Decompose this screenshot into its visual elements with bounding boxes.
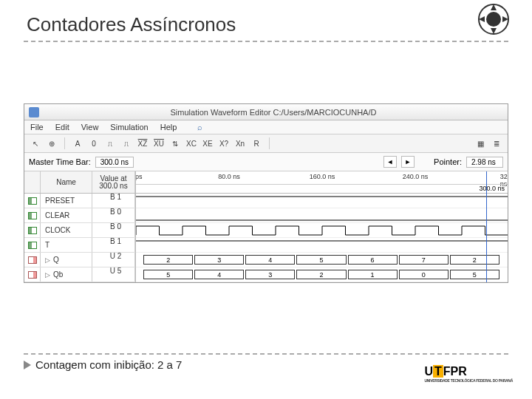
- signal-type-icon: [24, 267, 41, 282]
- a-tool-icon[interactable]: A: [71, 137, 84, 150]
- master-time-label: Master Time Bar:: [29, 157, 91, 166]
- waveform-row[interactable]: [136, 208, 508, 223]
- waveform-row[interactable]: [136, 194, 508, 208]
- signal-name: T: [41, 238, 92, 252]
- bus-segment: 7: [399, 255, 449, 265]
- waveform-row[interactable]: 5432105: [136, 267, 508, 282]
- signal-row[interactable]: PRESET B 1: [24, 194, 135, 208]
- menubar: File Edit View Simulation Help ⌕: [24, 120, 508, 134]
- utfpr-logo: UTFPR UNIVERSIDADE TECNOLÓGICA FEDERAL D…: [424, 365, 513, 383]
- xn-tool-icon[interactable]: Xn: [233, 137, 247, 150]
- bus-segment: 3: [245, 270, 295, 279]
- slide-subtitle: Contagem com inibição: 2 a 7: [35, 358, 182, 371]
- bus-segment: 6: [348, 255, 398, 265]
- xz-tool-icon[interactable]: XZ: [136, 137, 149, 150]
- waveform-row[interactable]: [136, 223, 508, 238]
- waveform-row[interactable]: 2345672: [136, 253, 508, 267]
- pulse-up-icon[interactable]: ⎍: [103, 137, 117, 150]
- bus-segment: 2: [450, 255, 499, 265]
- signal-value: B 1: [92, 238, 135, 252]
- expand-icon[interactable]: ▷: [45, 271, 50, 279]
- signal-value: B 1: [92, 194, 135, 208]
- bus-segment: 4: [245, 255, 295, 265]
- waveform-editor-window: Simulation Waveform Editor C:/Users/MARC…: [24, 103, 508, 283]
- waveform-pane[interactable]: 0 ps80.0 ns160.0 ns240.0 ns320.0 ns 300.…: [136, 171, 508, 282]
- time-ruler[interactable]: 0 ps80.0 ns160.0 ns240.0 ns320.0 ns 300.…: [136, 171, 508, 194]
- ruler-tick: 0 ps: [136, 173, 143, 180]
- pointer-value[interactable]: 2.98 ns: [466, 157, 503, 168]
- col-icon-header: [24, 171, 41, 193]
- xc-tool-icon[interactable]: XC: [185, 137, 198, 150]
- signal-type-icon: [24, 208, 41, 222]
- ruler-tick: 80.0 ns: [218, 173, 240, 180]
- seq-tool-icon[interactable]: ≣: [490, 137, 503, 150]
- signal-type-icon: [24, 253, 41, 267]
- window-title: Simulation Waveform Editor C:/Users/MARC…: [44, 108, 503, 117]
- bus-segment: 1: [348, 270, 398, 279]
- signal-type-icon: [24, 194, 41, 208]
- column-headers: Name Value at 300.0 ns: [24, 171, 135, 194]
- app-icon: [29, 107, 39, 117]
- signal-row[interactable]: CLOCK B 0: [24, 223, 135, 238]
- col-value-header: Value at 300.0 ns: [92, 171, 135, 193]
- signal-value: U 2: [92, 253, 135, 267]
- xq-tool-icon[interactable]: X?: [217, 137, 231, 150]
- signal-list-pane: Name Value at 300.0 ns PRESET B 1 CLEAR …: [24, 171, 136, 282]
- bus-segment: 3: [194, 255, 244, 265]
- xe-tool-icon[interactable]: XE: [201, 137, 214, 150]
- time-cursor[interactable]: [486, 171, 487, 282]
- bus-segment: 0: [399, 270, 449, 279]
- subtitle-row: Contagem com inibição: 2 a 7: [24, 358, 182, 371]
- pulse-down-icon[interactable]: ⎍: [120, 137, 133, 150]
- titlebar: Simulation Waveform Editor C:/Users/MARC…: [24, 104, 508, 120]
- bus-segment: 5: [450, 270, 499, 279]
- divider: [24, 41, 508, 42]
- inv-tool-icon[interactable]: ⇅: [168, 137, 182, 150]
- signal-name: ▷Q: [41, 253, 92, 267]
- xu-tool-icon[interactable]: XU: [152, 137, 166, 150]
- toolbar: ↖ ⊕ A 0 ⎍ ⎍ XZ XU ⇅ XC XE X? Xn R ▦ ≣: [24, 134, 508, 153]
- signal-row[interactable]: ▷Qb U 5: [24, 267, 135, 282]
- zero-tool-icon[interactable]: 0: [87, 137, 100, 150]
- col-name-header: Name: [41, 171, 92, 193]
- waveform-row[interactable]: [136, 238, 508, 253]
- nav-next-icon[interactable]: ►: [401, 156, 415, 168]
- subruler-value: 300.0 ns: [479, 185, 505, 192]
- signal-value: B 0: [92, 223, 135, 237]
- signal-row[interactable]: T B 1: [24, 238, 135, 253]
- play-icon: [24, 361, 31, 369]
- signal-type-icon: [24, 223, 41, 237]
- signal-name: CLEAR: [41, 208, 92, 222]
- search-icon[interactable]: ⌕: [197, 123, 202, 132]
- bus-segment: 2: [143, 255, 193, 265]
- expand-icon[interactable]: ▷: [45, 256, 50, 264]
- signal-type-icon: [24, 238, 41, 252]
- divider-bottom: [24, 353, 508, 355]
- waveform-content: Name Value at 300.0 ns PRESET B 1 CLEAR …: [24, 171, 508, 282]
- signal-name: CLOCK: [41, 223, 92, 237]
- slide-title: Contadores Assíncronos: [0, 0, 532, 41]
- svg-point-1: [486, 12, 501, 27]
- bus-segment: 5: [143, 270, 193, 279]
- grid-tool-icon[interactable]: ▦: [474, 137, 487, 150]
- nav-prev-icon[interactable]: ◄: [383, 156, 397, 168]
- pointer-label: Pointer:: [434, 157, 462, 166]
- bus-segment: 5: [296, 255, 346, 265]
- infobar: Master Time Bar: 300.0 ns ◄ ► Pointer: 2…: [24, 153, 508, 171]
- signal-value: U 5: [92, 267, 135, 282]
- zoom-tool-icon[interactable]: ⊕: [45, 137, 58, 150]
- bus-segment: 2: [296, 270, 346, 279]
- master-time-value[interactable]: 300.0 ns: [95, 157, 134, 168]
- institution-logo-icon: [476, 1, 511, 37]
- menu-edit[interactable]: Edit: [55, 123, 69, 132]
- rand-tool-icon[interactable]: R: [250, 137, 263, 150]
- menu-help[interactable]: Help: [160, 123, 177, 132]
- signal-row[interactable]: ▷Q U 2: [24, 253, 135, 267]
- ruler-tick: 160.0 ns: [310, 173, 335, 180]
- signal-name: PRESET: [41, 194, 92, 208]
- cursor-tool-icon[interactable]: ↖: [29, 137, 42, 150]
- menu-file[interactable]: File: [30, 123, 44, 132]
- menu-view[interactable]: View: [81, 123, 99, 132]
- menu-simulation[interactable]: Simulation: [110, 123, 148, 132]
- signal-row[interactable]: CLEAR B 0: [24, 208, 135, 223]
